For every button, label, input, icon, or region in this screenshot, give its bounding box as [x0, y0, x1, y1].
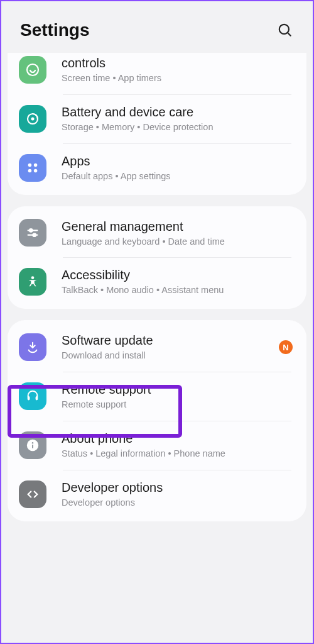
item-sub: Storage • Memory • Device protection: [62, 121, 293, 133]
item-title: controls: [62, 55, 293, 71]
developer-options-icon: [19, 480, 46, 508]
svg-rect-18: [32, 445, 33, 448]
item-text: Battery and device care Storage • Memory…: [62, 104, 293, 133]
item-text: controls Screen time • App timers: [62, 55, 293, 84]
remote-support-icon: [19, 382, 46, 410]
general-icon: [19, 219, 46, 247]
settings-item-developer-options[interactable]: Developer options Developer options: [8, 470, 306, 519]
svg-rect-14: [28, 396, 30, 400]
page-title: Settings: [20, 20, 89, 40]
device-care-icon: [19, 105, 46, 133]
settings-header: Settings: [1, 1, 313, 53]
item-sub: Screen time • App timers: [62, 72, 293, 84]
item-sub: Developer options: [62, 497, 293, 509]
item-title: Developer options: [62, 480, 293, 496]
svg-point-11: [30, 229, 33, 232]
settings-item-about-phone[interactable]: About phone Status • Legal information •…: [8, 421, 306, 470]
item-title: Software update: [62, 333, 273, 348]
item-title: General management: [62, 219, 293, 235]
item-title: Battery and device care: [62, 104, 293, 120]
settings-item-battery[interactable]: Battery and device care Storage • Memory…: [8, 94, 306, 143]
item-sub: Default apps • App settings: [62, 170, 293, 182]
item-text: About phone Status • Legal information •…: [62, 431, 293, 460]
svg-point-5: [28, 163, 32, 167]
settings-item-controls[interactable]: controls Screen time • App timers: [8, 53, 306, 94]
svg-line-1: [288, 33, 291, 36]
wellbeing-icon: [19, 56, 46, 84]
accessibility-icon: [19, 268, 46, 296]
settings-item-software-update[interactable]: Software update Download and install N: [8, 323, 306, 372]
software-update-icon: [19, 333, 46, 361]
search-icon: [277, 22, 293, 38]
settings-item-general[interactable]: General management Language and keyboard…: [8, 209, 306, 258]
item-sub: Remote support: [62, 399, 293, 411]
svg-point-7: [28, 169, 32, 172]
settings-item-accessibility[interactable]: Accessibility TalkBack • Mono audio • As…: [8, 257, 306, 306]
item-text: Software update Download and install: [62, 333, 273, 362]
item-text: Remote support Remote support: [62, 382, 293, 411]
svg-point-13: [31, 277, 35, 280]
item-text: Accessibility TalkBack • Mono audio • As…: [62, 267, 293, 296]
item-sub: Status • Legal information • Phone name: [62, 448, 293, 460]
search-button[interactable]: [276, 21, 294, 39]
settings-group: General management Language and keyboard…: [8, 206, 306, 309]
notification-badge: N: [279, 340, 293, 354]
apps-icon: [19, 154, 46, 182]
svg-point-2: [27, 64, 38, 75]
about-phone-icon: [19, 431, 46, 459]
svg-point-12: [33, 234, 36, 237]
settings-group: controls Screen time • App timers Batter…: [8, 53, 306, 195]
item-text: Developer options Developer options: [62, 480, 293, 509]
item-title: About phone: [62, 431, 293, 447]
svg-point-6: [34, 163, 38, 167]
item-title: Accessibility: [62, 267, 293, 283]
item-sub: Language and keyboard • Date and time: [62, 236, 293, 248]
item-title: Apps: [62, 153, 293, 169]
svg-point-8: [34, 169, 38, 172]
settings-item-apps[interactable]: Apps Default apps • App settings: [8, 143, 306, 192]
svg-point-17: [32, 442, 34, 444]
svg-rect-15: [36, 396, 38, 400]
item-sub: Download and install: [62, 350, 273, 362]
svg-point-4: [31, 117, 35, 120]
item-title: Remote support: [62, 382, 293, 397]
item-text: Apps Default apps • App settings: [62, 153, 293, 182]
settings-item-remote-support[interactable]: Remote support Remote support: [8, 372, 306, 421]
settings-group: Software update Download and install N R…: [8, 320, 306, 521]
item-text: General management Language and keyboard…: [62, 219, 293, 248]
item-sub: TalkBack • Mono audio • Assistant menu: [62, 284, 293, 296]
